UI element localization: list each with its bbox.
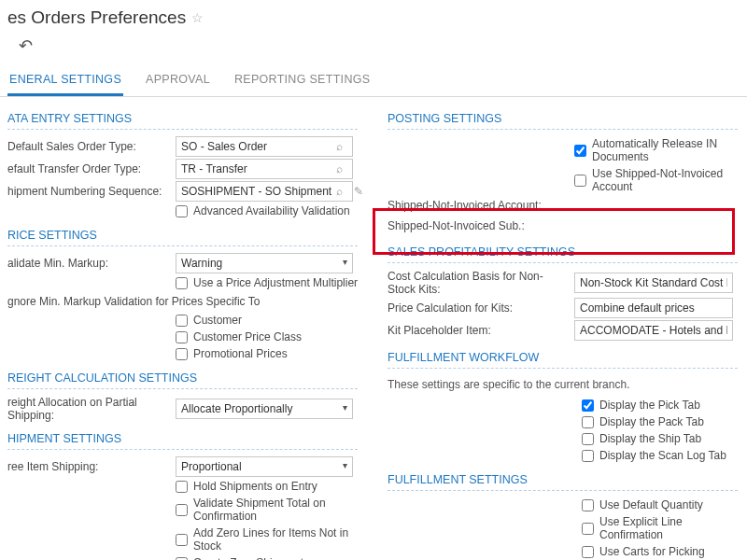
input-shipment-numbering-sequence[interactable] bbox=[176, 181, 353, 202]
label-display-pick-tab: Display the Pick Tab bbox=[599, 399, 700, 412]
label-display-pack-tab: Display the Pack Tab bbox=[599, 415, 704, 428]
page-header: es Orders Preferences ☆ bbox=[0, 0, 747, 32]
checkbox-display-pick-tab[interactable] bbox=[582, 399, 594, 412]
label-validate-min-markup: alidate Min. Markup: bbox=[7, 257, 176, 270]
left-column: ATA ENTRY SETTINGS Default Sales Order T… bbox=[0, 103, 367, 560]
label-default-transfer-order-type: efault Transfer Order Type: bbox=[7, 162, 176, 175]
label-sni-sub: Shipped-Not-Invoiced Sub.: bbox=[388, 219, 574, 232]
section-fulfillment-workflow: FULFILLMENT WORKFLOW bbox=[388, 345, 738, 369]
label-use-shipped-not-invoiced: Use Shipped-Not-Invoiced Account bbox=[592, 167, 747, 193]
input-kit-placeholder[interactable] bbox=[574, 320, 733, 341]
section-profitability: SALES PROFITABILITY SETTINGS bbox=[388, 240, 738, 263]
toolbar: ↶ bbox=[0, 32, 747, 65]
label-hold-shipments-entry: Hold Shipments on Entry bbox=[193, 480, 317, 493]
note-branch-specific: These settings are specific to the curre… bbox=[380, 374, 747, 397]
checkbox-display-pack-tab[interactable] bbox=[582, 416, 594, 428]
select-freight-allocation[interactable] bbox=[176, 399, 353, 419]
select-free-item-shipping[interactable] bbox=[176, 456, 353, 477]
right-column: POSTING SETTINGS Automatically Release I… bbox=[367, 103, 747, 560]
tab-approval[interactable]: APPROVAL bbox=[144, 65, 212, 96]
checkbox-promotional-prices[interactable] bbox=[176, 348, 188, 360]
checkbox-add-zero-lines[interactable] bbox=[176, 534, 188, 546]
label-advanced-availability: Advanced Availability Validation bbox=[193, 204, 350, 217]
label-explicit-line-confirmation: Use Explicit Line Confirmation bbox=[599, 515, 747, 541]
checkbox-use-carts-picking[interactable] bbox=[582, 546, 594, 558]
select-cost-calc-basis[interactable] bbox=[574, 273, 733, 293]
page-title: es Orders Preferences bbox=[7, 7, 186, 28]
checkbox-validate-shipment-total[interactable] bbox=[176, 504, 188, 516]
tab-reporting-settings[interactable]: REPORTING SETTINGS bbox=[233, 65, 372, 96]
section-data-entry: ATA ENTRY SETTINGS bbox=[7, 106, 358, 130]
checkbox-explicit-line-confirmation[interactable] bbox=[582, 523, 594, 535]
checkbox-advanced-availability[interactable] bbox=[176, 205, 188, 217]
edit-pencil-icon[interactable]: ✎ bbox=[354, 185, 363, 198]
label-display-scan-log-tab: Display the Scan Log Tab bbox=[599, 449, 726, 462]
label-validate-shipment-total: Validate Shipment Total on Confirmation bbox=[193, 497, 367, 523]
checkbox-use-shipped-not-invoiced[interactable] bbox=[574, 175, 586, 187]
checkbox-display-ship-tab[interactable] bbox=[582, 433, 594, 445]
checkbox-create-zero-shipments[interactable] bbox=[176, 557, 188, 561]
favorite-star-icon[interactable]: ☆ bbox=[191, 10, 204, 25]
label-cost-calc-basis: Cost Calculation Basis for Non-Stock Kit… bbox=[388, 270, 574, 296]
select-price-calc-kits[interactable] bbox=[574, 298, 733, 318]
checkbox-display-scan-log-tab[interactable] bbox=[582, 450, 594, 462]
label-freight-allocation: reight Allocation on Partial Shipping: bbox=[7, 396, 176, 422]
label-default-sales-order-type: Default Sales Order Type: bbox=[7, 140, 176, 153]
label-price-adjustment: Use a Price Adjustment Multiplier bbox=[193, 276, 358, 289]
checkbox-use-default-quantity[interactable] bbox=[582, 499, 594, 511]
label-create-zero-shipments: Create Zero Shipments bbox=[193, 556, 309, 560]
label-free-item-shipping: ree Item Shipping: bbox=[7, 460, 176, 473]
label-use-carts-picking: Use Carts for Picking bbox=[599, 545, 705, 558]
section-freight: REIGHT CALCULATION SETTINGS bbox=[7, 366, 358, 389]
input-default-transfer-order-type[interactable] bbox=[176, 159, 353, 179]
checkbox-hold-shipments-entry[interactable] bbox=[176, 481, 188, 493]
label-promotional-prices: Promotional Prices bbox=[193, 347, 288, 360]
checkbox-auto-release-in[interactable] bbox=[574, 145, 586, 157]
label-ignore-min-markup: gnore Min. Markup Validation for Prices … bbox=[7, 295, 267, 308]
checkbox-customer[interactable] bbox=[176, 315, 188, 327]
input-default-sales-order-type[interactable] bbox=[176, 136, 353, 157]
section-shipment: HIPMENT SETTINGS bbox=[7, 427, 358, 450]
tabs: ENERAL SETTINGS APPROVAL REPORTING SETTI… bbox=[0, 65, 747, 97]
label-price-calc-kits: Price Calculation for Kits: bbox=[388, 301, 574, 315]
label-kit-placeholder: Kit Placeholder Item: bbox=[388, 324, 574, 337]
label-auto-release-in: Automatically Release IN Documents bbox=[592, 137, 747, 163]
section-posting: POSTING SETTINGS bbox=[388, 106, 738, 130]
content: ATA ENTRY SETTINGS Default Sales Order T… bbox=[0, 97, 747, 560]
section-price: RICE SETTINGS bbox=[7, 223, 358, 246]
label-use-default-quantity: Use Default Quantity bbox=[599, 498, 703, 511]
label-customer: Customer bbox=[193, 314, 242, 327]
checkbox-customer-price-class[interactable] bbox=[176, 331, 188, 343]
label-customer-price-class: Customer Price Class bbox=[193, 330, 302, 343]
label-shipment-numbering-sequence: hipment Numbering Sequence: bbox=[7, 185, 176, 198]
checkbox-price-adjustment[interactable] bbox=[176, 277, 188, 289]
section-fulfillment-settings: FULFILLMENT SETTINGS bbox=[388, 468, 738, 491]
select-validate-min-markup[interactable] bbox=[176, 253, 353, 273]
tab-general-settings[interactable]: ENERAL SETTINGS bbox=[7, 65, 123, 96]
label-display-ship-tab: Display the Ship Tab bbox=[599, 432, 701, 445]
label-add-zero-lines: Add Zero Lines for Items Not in Stock bbox=[193, 526, 367, 553]
label-sni-account: Shipped-Not-Invoiced Account: bbox=[388, 199, 574, 212]
undo-icon[interactable]: ↶ bbox=[19, 36, 33, 55]
